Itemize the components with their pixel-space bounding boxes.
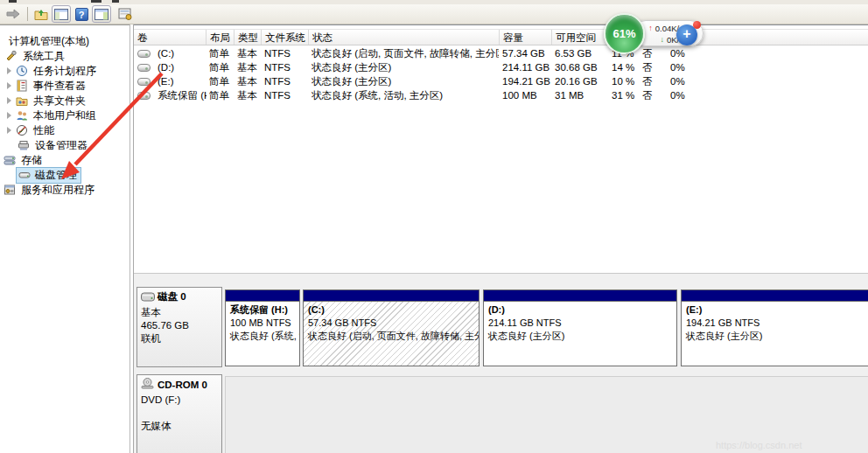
sidebar-item-performance[interactable]: 性能 (5, 123, 56, 137)
volume-row-system-reserved[interactable]: 系统保留 (H:) 简单 基本 NTFS 状态良好 (系统, 活动, 主分区) … (134, 88, 868, 102)
sidebar-item-event-viewer[interactable]: 事件查看器 (5, 79, 88, 93)
column-header-fs[interactable]: 文件系统 (262, 30, 309, 45)
expander-icon[interactable] (5, 111, 14, 120)
cell-fault: 否 (639, 61, 667, 74)
tree-root-computer-management[interactable]: 计算机管理(本地) (7, 34, 91, 48)
cell-volume: (D:) (154, 62, 206, 73)
cell-type: 基本 (234, 89, 261, 102)
cell-pct: 10 % (608, 76, 639, 87)
help-icon[interactable]: ? (72, 5, 91, 23)
sidebar-item-label: 系统工具 (21, 49, 66, 64)
memory-percent: 61% (612, 27, 635, 40)
cdrom-info-box[interactable]: CD-ROM 0 DVD (F:) 无媒体 (136, 374, 222, 453)
cell-fs: NTFS (261, 62, 308, 73)
sidebar-item-label: 共享文件夹 (32, 94, 88, 108)
column-header-type[interactable]: 类型 (234, 30, 262, 45)
volume-icon (137, 64, 150, 72)
sidebar-item-label: 本地用户和组 (32, 108, 98, 123)
export-list-icon[interactable] (116, 5, 135, 23)
volume-table-header: 卷 布局 类型 文件系统 状态 容量 可用空间 (134, 29, 868, 45)
partition-color-bar (682, 290, 868, 302)
event-viewer-icon (16, 80, 28, 92)
sidebar-item-disk-management[interactable]: 磁盘管理 (16, 168, 81, 182)
partition-color-bar (484, 290, 676, 302)
cell-pct: 31 % (608, 90, 639, 101)
pane-divider[interactable] (130, 24, 130, 453)
cell-fs: NTFS (261, 90, 308, 101)
partition-system-reserved[interactable]: 系统保留 (H:) 100 MB NTFS 状态良好 (系统, 活动, 主分区) (225, 289, 300, 366)
selected-highlight: 磁盘管理 (16, 167, 81, 184)
partition-title: (C:) (308, 303, 474, 317)
cell-free: 31 MB (551, 90, 608, 101)
expander-icon[interactable] (5, 126, 14, 135)
disk0-name: 磁盘 0 (158, 290, 186, 303)
shared-folders-icon (16, 94, 28, 107)
partition-d[interactable]: (D:) 214.11 GB NTFS 状态良好 (主分区) (483, 289, 677, 366)
volume-row-e[interactable]: (E:) 简单 基本 NTFS 状态良好 (主分区) 194.21 GB 20.… (134, 74, 868, 88)
performance-icon (16, 124, 28, 136)
cell-status: 状态良好 (启动, 页面文件, 故障转储, 主分区) (308, 47, 499, 60)
expander-icon[interactable] (5, 96, 14, 105)
partition-status: 状态良好 (启动, 页面文件, 故障转储, 主分区) (308, 330, 474, 343)
cell-layout: 简单 (206, 47, 234, 60)
volume-row-d[interactable]: (D:) 简单 基本 NTFS 状态良好 (主分区) 214.11 GB 30.… (134, 60, 868, 74)
disk0-info-box[interactable]: 磁盘 0 基本 465.76 GB 联机 (136, 287, 222, 367)
column-header-capacity[interactable]: 容量 (500, 30, 552, 45)
cell-capacity: 100 MB (499, 90, 551, 101)
sidebar-item-label: 性能 (32, 123, 56, 138)
up-folder-icon[interactable] (32, 5, 51, 23)
watermark-text: https://blog.csdn.net (716, 440, 802, 450)
volume-row-c[interactable]: (C:) 简单 基本 NTFS 状态良好 (启动, 页面文件, 故障转储, 主分… (134, 46, 868, 60)
volume-icon (137, 50, 150, 58)
cell-status: 状态良好 (主分区) (308, 75, 499, 88)
console-tree-icon[interactable] (52, 5, 71, 23)
sidebar-item-shared-folders[interactable]: 共享文件夹 (5, 94, 88, 108)
cell-overhead: 0% (667, 90, 702, 101)
forward-arrow-icon[interactable] (4, 5, 23, 23)
disk-icon (141, 292, 155, 302)
sidebar-item-local-users-groups[interactable]: 本地用户和组 (5, 108, 98, 122)
partition-title: (D:) (488, 303, 672, 317)
column-header-free[interactable]: 可用空间 (552, 30, 609, 45)
partition-status: 状态良好 (系统, 活动, 主分区) (230, 330, 295, 343)
sidebar-item-services-applications[interactable]: 服务和应用程序 (4, 183, 96, 197)
cell-type: 基本 (234, 75, 261, 88)
sidebar-item-device-manager[interactable]: 设备管理器 (18, 138, 89, 152)
sidebar-item-label: 服务和应用程序 (19, 183, 96, 198)
floating-speed-widget[interactable]: ↑ 0.04K/s ↓ 0K/s + 61% (604, 13, 710, 59)
cell-fault: 否 (639, 75, 667, 88)
cell-free: 30.68 GB (551, 62, 608, 73)
cell-fs: NTFS (261, 48, 308, 59)
expander-icon[interactable] (5, 66, 14, 75)
task-scheduler-icon (16, 65, 28, 77)
column-header-status[interactable]: 状态 (309, 30, 500, 45)
services-icon (4, 184, 16, 196)
sidebar-item-storage[interactable]: 存储 (4, 153, 44, 167)
partition-c-selected[interactable]: (C:) 57.34 GB NTFS 状态良好 (启动, 页面文件, 故障转储,… (303, 289, 480, 366)
partition-size: 57.34 GB NTFS (308, 317, 474, 330)
disk-management-pane: 卷 布局 类型 文件系统 状态 容量 可用空间 (C:) 简单 基本 NTFS … (134, 24, 868, 453)
memory-percent-ball[interactable]: 61% (604, 13, 645, 54)
sidebar-item-task-scheduler[interactable]: 任务计划程序 (5, 64, 98, 78)
cell-overhead: 0% (667, 76, 702, 87)
cell-type: 基本 (234, 61, 261, 74)
expander-icon[interactable] (5, 81, 14, 90)
cell-layout: 简单 (206, 89, 234, 102)
sidebar-item-label: 事件查看器 (32, 79, 88, 94)
volume-icon (137, 92, 150, 100)
column-header-volume[interactable]: 卷 (134, 30, 206, 45)
action-pane-icon[interactable] (92, 5, 111, 23)
cell-layout: 简单 (206, 75, 234, 88)
cell-capacity: 214.11 GB (499, 62, 551, 73)
computer-management-window: ? 计算机管理(本地) 系统工具 (0, 0, 868, 453)
partition-size: 194.21 GB NTFS (686, 317, 864, 330)
tools-icon (5, 50, 18, 62)
notification-dot (693, 21, 701, 29)
sidebar-item-system-tools[interactable]: 系统工具 (5, 49, 66, 63)
cd-rom-icon (141, 378, 154, 391)
cell-fault: 否 (639, 89, 667, 102)
cell-volume: 系统保留 (H:) (154, 89, 206, 102)
cell-status: 状态良好 (系统, 活动, 主分区) (308, 89, 499, 102)
column-header-layout[interactable]: 布局 (206, 30, 234, 45)
partition-e[interactable]: (E:) 194.21 GB NTFS 状态良好 (主分区) (681, 289, 868, 366)
